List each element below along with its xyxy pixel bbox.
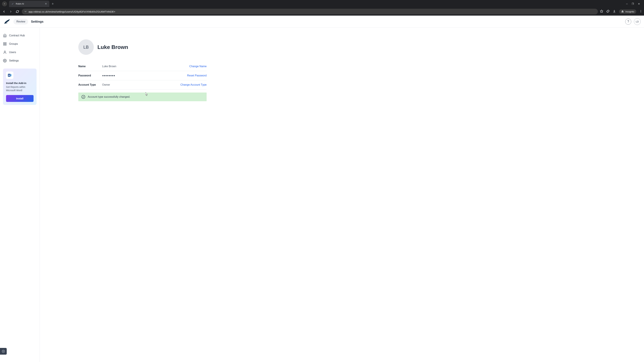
svg-rect-8: [5, 44, 6, 45]
browser-menu-icon[interactable]: [639, 10, 642, 13]
browser-toolbar: app.robinai.co.uk/review/settings/users/…: [0, 7, 644, 15]
close-icon[interactable]: ✕: [638, 2, 640, 5]
new-tab-button[interactable]: +: [52, 2, 54, 6]
tab-search-button[interactable]: [2, 1, 7, 6]
user-display-name: Luke Brown: [98, 44, 128, 50]
svg-rect-7: [5, 42, 6, 43]
gear-icon: [3, 59, 7, 62]
check-circle-icon: [81, 95, 85, 99]
user-header: LB Luke Brown: [78, 39, 206, 55]
url-bar[interactable]: app.robinai.co.uk/review/settings/users/…: [22, 9, 598, 14]
svg-point-0: [25, 11, 25, 11]
downloads-icon[interactable]: [613, 9, 616, 13]
user-avatar: LB: [78, 39, 94, 55]
grid-icon: [3, 42, 7, 46]
reload-button[interactable]: [15, 9, 20, 14]
row-label: Password: [78, 74, 102, 77]
promo-description: Get Reports within Microsoft Word!: [6, 85, 34, 92]
row-value: Luke Brown: [102, 65, 189, 68]
url-text: app.robinai.co.uk/review/settings/users/…: [28, 10, 115, 13]
sidebar-item-label: Groups: [9, 42, 18, 45]
success-message: Account type successfully changed.: [88, 95, 130, 98]
home-icon: [3, 34, 7, 37]
row-label: Account Type: [78, 83, 102, 86]
svg-point-1: [26, 11, 26, 11]
browser-chrome: Robin AI ✕ + ─ ❐ ✕ app.robinai.co.uk/rev…: [0, 0, 644, 15]
svg-rect-6: [4, 42, 4, 43]
forward-button[interactable]: [8, 9, 13, 14]
extensions-icon[interactable]: [606, 9, 610, 13]
page-title: Settings: [31, 20, 44, 23]
svg-line-18: [4, 352, 4, 352]
success-banner: Account type successfully changed.: [78, 92, 206, 101]
sidebar-item-label: Users: [9, 51, 16, 54]
browser-tab[interactable]: Robin AI ✕: [9, 1, 49, 7]
svg-line-19: [4, 350, 4, 351]
settings-row-password: Password ●●●●●●●● Reset Password: [78, 71, 206, 80]
row-value: Owner: [102, 83, 180, 86]
reset-password-link[interactable]: Reset Password: [187, 74, 207, 77]
sidebar-item-users[interactable]: Users: [3, 50, 36, 54]
svg-point-3: [641, 10, 641, 10]
sidebar-item-contract-hub[interactable]: Contract Hub: [3, 34, 36, 37]
svg-marker-2: [600, 10, 603, 12]
svg-point-16: [3, 351, 4, 352]
maximize-icon[interactable]: ❐: [632, 2, 634, 5]
incognito-badge[interactable]: Incognito: [619, 9, 636, 14]
svg-line-20: [2, 352, 3, 352]
sidebar-item-label: Contract Hub: [9, 34, 25, 37]
current-user-avatar[interactable]: LD: [634, 18, 641, 25]
svg-point-4: [641, 11, 641, 11]
review-nav-pill[interactable]: Review: [14, 19, 28, 24]
bookmark-icon[interactable]: [600, 9, 603, 13]
word-icon: [8, 73, 12, 77]
change-account-type-link[interactable]: Change Account Type: [180, 83, 206, 86]
app-header: Review Settings ? LD: [0, 15, 644, 28]
svg-point-11: [4, 60, 5, 61]
svg-point-10: [4, 51, 5, 52]
sidebar-item-label: Settings: [9, 59, 19, 62]
support-widget-button[interactable]: [0, 348, 7, 355]
tab-strip: Robin AI ✕ + ─ ❐ ✕: [0, 0, 644, 7]
promo-icon-wrap: [6, 71, 14, 79]
tab-title: Robin AI: [16, 2, 43, 5]
install-button[interactable]: Install: [6, 95, 34, 102]
user-settings-list: Name Luke Brown Change Name Password ●●●…: [78, 62, 206, 89]
change-name-link[interactable]: Change Name: [189, 65, 206, 68]
incognito-icon: [621, 10, 624, 13]
sidebar-item-groups[interactable]: Groups: [3, 42, 36, 46]
app-logo-icon[interactable]: [3, 18, 11, 25]
svg-line-17: [2, 350, 3, 351]
incognito-label: Incognito: [626, 10, 634, 13]
help-button[interactable]: ?: [625, 18, 631, 25]
sidebar-item-settings[interactable]: Settings: [3, 59, 36, 62]
settings-row-name: Name Luke Brown Change Name: [78, 62, 206, 71]
svg-rect-9: [4, 44, 4, 45]
site-settings-icon[interactable]: [24, 10, 27, 13]
svg-rect-13: [10, 74, 12, 76]
minimize-icon[interactable]: ─: [626, 2, 628, 5]
svg-point-5: [641, 12, 641, 12]
main-content: LB Luke Brown Name Luke Brown Change Nam…: [40, 28, 644, 362]
tab-close-icon[interactable]: ✕: [45, 2, 47, 5]
row-value: ●●●●●●●●: [102, 74, 187, 77]
addin-promo-card: Install the Add-in Get Reports within Mi…: [3, 68, 36, 105]
question-icon: ?: [628, 20, 629, 23]
lifebuoy-icon: [2, 350, 5, 353]
svg-point-14: [82, 95, 85, 98]
window-controls: ─ ❐ ✕: [626, 2, 643, 5]
back-button[interactable]: [2, 9, 6, 14]
settings-row-account-type: Account Type Owner Change Account Type: [78, 80, 206, 89]
promo-title: Install the Add-in: [6, 82, 34, 84]
sidebar: Contract Hub Groups Users Settings Insta…: [0, 28, 40, 362]
row-label: Name: [78, 65, 102, 68]
users-icon: [3, 50, 7, 54]
tab-favicon-icon: [12, 2, 14, 5]
